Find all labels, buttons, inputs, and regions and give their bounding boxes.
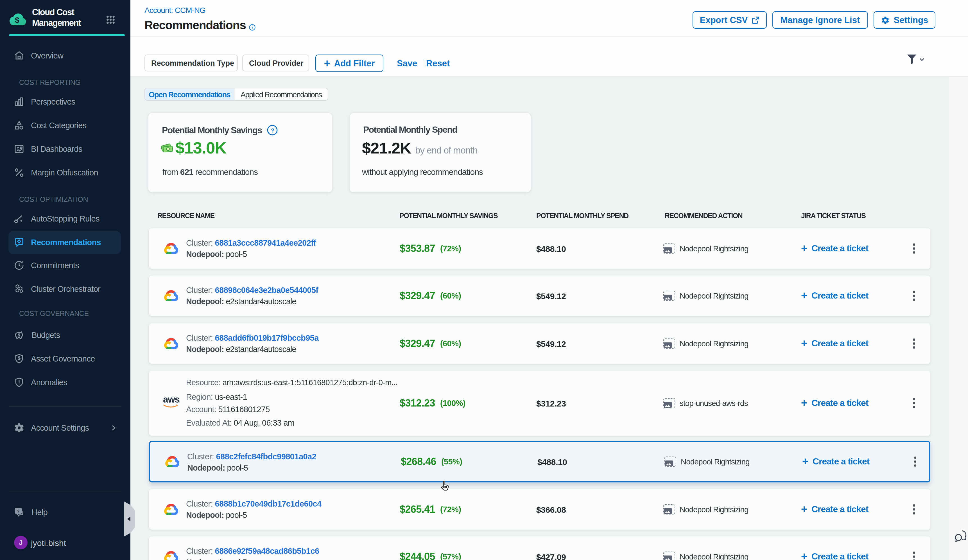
svg-text:aws: aws xyxy=(163,394,180,404)
svg-text:?: ? xyxy=(17,508,20,513)
svg-text:$: $ xyxy=(15,16,19,25)
svg-text:?: ? xyxy=(271,127,274,134)
